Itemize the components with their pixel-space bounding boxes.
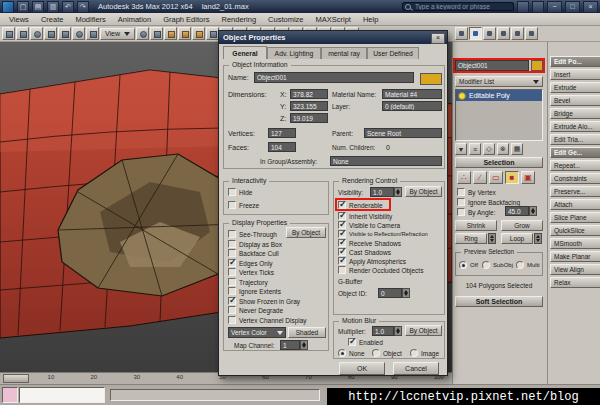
- receive-shadows-row[interactable]: Receive Shadows: [338, 239, 401, 247]
- map-channel-value[interactable]: 1: [280, 340, 300, 350]
- extrude-button[interactable]: Extrude: [550, 82, 600, 93]
- make-unique-icon[interactable]: ◇: [483, 143, 495, 155]
- tab-general[interactable]: General: [223, 46, 267, 59]
- slice-plane-button[interactable]: Slice Plane: [550, 212, 600, 223]
- configure-modifier-sets-icon[interactable]: ▦: [511, 143, 523, 155]
- undo-icon[interactable]: ↶: [62, 1, 74, 13]
- preview-off-radio[interactable]: [459, 261, 467, 269]
- preserve-uvs-button[interactable]: Preserve...: [550, 186, 600, 197]
- relax-button[interactable]: Relax: [550, 277, 600, 288]
- stack-item-editable-poly[interactable]: Editable Poly: [456, 90, 542, 101]
- render-occluded-checkbox[interactable]: [338, 266, 346, 274]
- tab-adv-lighting[interactable]: Adv. Lighting: [267, 47, 321, 59]
- mb-object-radio[interactable]: [372, 349, 380, 357]
- vertex-ticks-checkbox[interactable]: [228, 268, 236, 276]
- insert-button[interactable]: Insert: [550, 69, 600, 80]
- by-angle-row[interactable]: By Angle:: [457, 208, 495, 216]
- tab-motion-icon[interactable]: [497, 27, 510, 40]
- grow-button[interactable]: Grow: [501, 220, 543, 231]
- show-end-result-icon[interactable]: ≡: [469, 143, 481, 155]
- display-as-box-row[interactable]: Display as Box: [228, 240, 282, 248]
- open-file-icon[interactable]: ▤: [32, 1, 44, 13]
- loop-button[interactable]: Loop: [501, 233, 533, 244]
- mb-object-radio-row[interactable]: Object: [372, 349, 402, 357]
- tab-mental-ray[interactable]: mental ray: [321, 47, 367, 59]
- by-angle-value[interactable]: 45.0: [505, 206, 529, 216]
- selection-rollout-header[interactable]: Selection: [455, 157, 543, 168]
- select-and-move-icon[interactable]: [58, 27, 71, 40]
- show-frozen-row[interactable]: Show Frozen in Gray: [228, 297, 300, 305]
- maxscript-mini-listener-macro[interactable]: [2, 387, 18, 403]
- object-id-spinner[interactable]: [402, 288, 410, 298]
- render-occluded-row[interactable]: Render Occluded Objects: [338, 266, 423, 274]
- cancel-button[interactable]: Cancel: [393, 362, 439, 375]
- edges-only-row[interactable]: Edges Only: [228, 259, 273, 267]
- preview-subobj-radio[interactable]: [482, 261, 490, 269]
- use-pivot-center-icon[interactable]: [136, 27, 149, 40]
- trajectory-checkbox[interactable]: [228, 278, 236, 286]
- menu-animation[interactable]: Animation: [112, 15, 157, 24]
- hide-checkbox-row[interactable]: Hide: [228, 188, 252, 196]
- select-and-rotate-icon[interactable]: [72, 27, 85, 40]
- maximize-button[interactable]: □: [565, 1, 580, 13]
- redo-icon[interactable]: ↷: [77, 1, 89, 13]
- display-as-box-checkbox[interactable]: [228, 240, 236, 248]
- by-angle-checkbox[interactable]: [457, 208, 465, 216]
- menu-create[interactable]: Create: [35, 15, 70, 24]
- object-id-value[interactable]: 0: [378, 288, 402, 298]
- visibility-value[interactable]: 1.0: [370, 187, 394, 197]
- msmooth-button[interactable]: MSmooth: [550, 238, 600, 249]
- select-by-name-icon[interactable]: [16, 27, 29, 40]
- apply-atmospherics-row[interactable]: Apply Atmospherics: [338, 257, 406, 265]
- repeat-last-button[interactable]: Repeat...: [550, 160, 600, 171]
- make-planar-button[interactable]: Make Planar: [550, 251, 600, 262]
- never-degrade-row[interactable]: Never Degrade: [228, 306, 283, 314]
- maxscript-mini-listener[interactable]: [19, 387, 105, 403]
- freeze-checkbox-row[interactable]: Freeze: [228, 201, 259, 209]
- object-name-field[interactable]: Object001: [455, 60, 529, 71]
- tab-display-icon[interactable]: [511, 27, 524, 40]
- map-channel-spinner[interactable]: [300, 340, 308, 350]
- edges-only-checkbox[interactable]: [228, 259, 236, 267]
- soft-selection-rollout-header[interactable]: Soft Selection: [455, 296, 543, 307]
- shaded-button[interactable]: Shaded: [288, 327, 326, 338]
- multiplier-value[interactable]: 1.0: [372, 326, 394, 336]
- shrink-button[interactable]: Shrink: [455, 220, 497, 231]
- by-vertex-checkbox[interactable]: [457, 188, 465, 196]
- select-and-manipulate-icon[interactable]: [150, 27, 163, 40]
- element-subobject-button[interactable]: ▣: [521, 171, 535, 184]
- mb-image-radio-row[interactable]: Image: [410, 349, 439, 357]
- edge-subobject-button[interactable]: ∕: [473, 171, 487, 184]
- mb-none-radio-row[interactable]: None: [338, 349, 365, 357]
- backface-cull-checkbox[interactable]: [228, 249, 236, 257]
- select-object-icon[interactable]: [2, 27, 15, 40]
- ignore-backfacing-checkbox[interactable]: [457, 198, 465, 206]
- communication-center-icon[interactable]: [517, 1, 529, 13]
- renderable-checkbox-row[interactable]: Renderable: [338, 201, 383, 209]
- menu-customize[interactable]: Customize: [262, 15, 309, 24]
- motion-blur-by-object-button[interactable]: By Object: [405, 325, 442, 336]
- mb-none-radio[interactable]: [338, 349, 346, 357]
- minimize-button[interactable]: −: [547, 1, 562, 13]
- save-file-icon[interactable]: ▥: [47, 1, 59, 13]
- mb-enabled-row[interactable]: Enabled: [348, 338, 383, 346]
- quickslice-button[interactable]: QuickSlice: [550, 225, 600, 236]
- show-frozen-checkbox[interactable]: [228, 297, 236, 305]
- bridge-button[interactable]: Bridge: [550, 108, 600, 119]
- reference-coordinate-system-dropdown[interactable]: View: [100, 28, 135, 40]
- menu-help[interactable]: Help: [357, 15, 384, 24]
- select-and-scale-icon[interactable]: [86, 27, 99, 40]
- display-by-object-button[interactable]: By Object: [286, 227, 326, 238]
- max-logo-icon[interactable]: [2, 1, 14, 13]
- object-color-swatch[interactable]: [531, 60, 543, 71]
- backface-cull-row[interactable]: Backface Cull: [228, 249, 279, 257]
- extrude-along-spline-button[interactable]: Extrude Alo...: [550, 121, 600, 132]
- selection-region-icon[interactable]: [30, 27, 43, 40]
- edit-polygons-rollout[interactable]: Edit Po...: [550, 56, 600, 67]
- by-angle-spinner[interactable]: [529, 206, 537, 216]
- pin-stack-icon[interactable]: ▼: [455, 143, 467, 155]
- vertex-subobject-button[interactable]: ∴: [457, 171, 471, 184]
- snaps-toggle-icon[interactable]: [164, 27, 177, 40]
- remove-modifier-icon[interactable]: ⊗: [497, 143, 509, 155]
- preview-subobj-row[interactable]: SubObj: [482, 261, 513, 269]
